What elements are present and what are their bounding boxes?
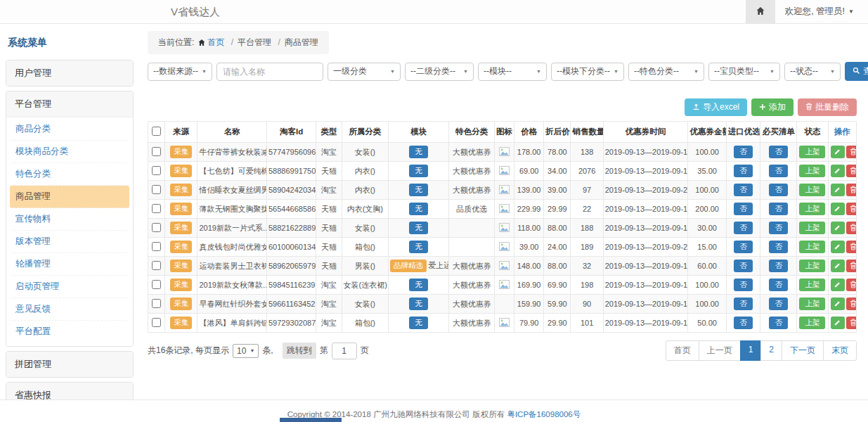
status-button[interactable]: 上架: [799, 146, 825, 158]
row-checkbox[interactable]: [152, 166, 161, 175]
delete-button[interactable]: [846, 260, 857, 272]
status-button[interactable]: 上架: [799, 316, 825, 329]
sidebar-item-商品分类[interactable]: 商品分类: [10, 118, 129, 141]
sidebar-item-轮播管理[interactable]: 轮播管理: [10, 253, 129, 276]
add-button[interactable]: 添加: [751, 98, 793, 116]
import-select-toggle[interactable]: 否: [734, 222, 753, 234]
sidebar-group-header-0[interactable]: 用户管理: [6, 60, 133, 86]
sidebar-item-启动页管理[interactable]: 启动页管理: [10, 276, 129, 298]
module-none-badge[interactable]: 无: [409, 165, 428, 177]
icp-link[interactable]: 粤ICP备16098006号: [507, 410, 581, 418]
import-select-toggle[interactable]: 否: [734, 203, 753, 215]
delete-button[interactable]: [846, 222, 857, 234]
status-button[interactable]: 上架: [799, 298, 825, 310]
import-select-toggle[interactable]: 否: [734, 241, 753, 253]
must-buy-toggle[interactable]: 否: [769, 260, 788, 272]
module-none-badge[interactable]: 无: [409, 146, 428, 158]
delete-button[interactable]: [846, 279, 857, 291]
row-checkbox[interactable]: [152, 261, 161, 270]
row-checkbox[interactable]: [152, 223, 161, 232]
must-buy-toggle[interactable]: 否: [769, 298, 788, 310]
import-select-toggle[interactable]: 否: [734, 279, 753, 291]
sidebar-group-header-2[interactable]: 拼团管理: [6, 352, 133, 377]
delete-button[interactable]: [846, 203, 857, 215]
jump-button[interactable]: 跳转到: [283, 343, 316, 359]
module-none-badge[interactable]: 无: [409, 241, 428, 253]
must-buy-toggle[interactable]: 否: [769, 279, 788, 291]
edit-button[interactable]: [831, 165, 845, 177]
edit-button[interactable]: [831, 298, 845, 310]
must-buy-toggle[interactable]: 否: [769, 203, 788, 215]
pager-首页[interactable]: 首页: [666, 340, 699, 361]
import-select-toggle[interactable]: 否: [734, 298, 753, 310]
delete-button[interactable]: [846, 165, 857, 177]
delete-button[interactable]: [846, 316, 857, 329]
name-search-input[interactable]: [216, 63, 323, 81]
pager-下一页[interactable]: 下一页: [782, 340, 824, 361]
edit-button[interactable]: [831, 146, 845, 158]
must-buy-toggle[interactable]: 否: [769, 316, 788, 329]
edit-button[interactable]: [831, 241, 845, 253]
status-button[interactable]: 上架: [799, 279, 825, 291]
row-checkbox[interactable]: [152, 185, 161, 194]
must-buy-toggle[interactable]: 否: [769, 165, 788, 177]
filter-select-8[interactable]: --状态--▼: [784, 63, 841, 81]
jump-page-input[interactable]: [332, 343, 357, 359]
delete-button[interactable]: [846, 241, 857, 253]
module-none-badge[interactable]: 无: [409, 203, 428, 215]
import-excel-button[interactable]: 导入excel: [685, 98, 747, 116]
import-select-toggle[interactable]: 否: [734, 165, 753, 177]
pager-末页[interactable]: 末页: [823, 340, 857, 361]
row-checkbox[interactable]: [152, 242, 161, 251]
filter-select-0[interactable]: --数据来源--▼: [148, 63, 212, 81]
import-select-toggle[interactable]: 否: [734, 316, 753, 329]
delete-button[interactable]: [846, 184, 857, 196]
row-checkbox[interactable]: [152, 299, 161, 308]
sidebar-item-宣传物料[interactable]: 宣传物料: [10, 208, 129, 231]
status-button[interactable]: 上架: [799, 241, 825, 253]
filter-select-5[interactable]: --模块下分类--▼: [551, 63, 624, 81]
pager-上一页[interactable]: 上一页: [699, 340, 741, 361]
must-buy-toggle[interactable]: 否: [769, 184, 788, 196]
select-all-checkbox[interactable]: [152, 127, 161, 136]
delete-button[interactable]: [846, 298, 857, 310]
row-checkbox[interactable]: [152, 280, 161, 289]
sidebar-group-header-1[interactable]: 平台管理: [6, 91, 133, 117]
module-none-badge[interactable]: 无: [409, 316, 428, 329]
filter-select-2[interactable]: 一级分类▼: [328, 63, 401, 81]
sidebar-item-意见反馈[interactable]: 意见反馈: [10, 298, 129, 321]
pager-1[interactable]: 1: [740, 340, 762, 361]
edit-button[interactable]: [831, 316, 845, 329]
must-buy-toggle[interactable]: 否: [769, 241, 788, 253]
breadcrumb-home-link[interactable]: 首页: [207, 37, 224, 47]
filter-select-4[interactable]: --模块--▼: [478, 63, 547, 81]
edit-button[interactable]: [831, 260, 845, 272]
home-button[interactable]: [746, 0, 775, 23]
status-button[interactable]: 上架: [799, 222, 825, 234]
sidebar-item-平台配置[interactable]: 平台配置: [10, 321, 129, 343]
sidebar-item-特色分类[interactable]: 特色分类: [10, 163, 129, 186]
delete-button[interactable]: [846, 146, 857, 158]
search-button[interactable]: 查询: [845, 62, 868, 81]
status-button[interactable]: 上架: [799, 260, 825, 272]
row-checkbox[interactable]: [152, 147, 161, 156]
sidebar-item-版本管理[interactable]: 版本管理: [10, 231, 129, 253]
status-button[interactable]: 上架: [799, 203, 825, 215]
import-select-toggle[interactable]: 否: [734, 184, 753, 196]
module-none-badge[interactable]: 无: [409, 184, 428, 196]
user-menu[interactable]: 欢迎您, 管理员! ▼: [775, 0, 868, 23]
must-buy-toggle[interactable]: 否: [769, 146, 788, 158]
edit-button[interactable]: [831, 222, 845, 234]
filter-select-6[interactable]: --特色分类--▼: [628, 63, 704, 81]
edit-button[interactable]: [831, 279, 845, 291]
row-checkbox[interactable]: [152, 318, 161, 327]
edit-button[interactable]: [831, 203, 845, 215]
module-none-badge[interactable]: 无: [409, 279, 428, 291]
sidebar-item-商品管理[interactable]: 商品管理: [10, 186, 129, 208]
batch-delete-button[interactable]: 批量删除: [798, 98, 857, 116]
filter-select-7[interactable]: --宝贝类型--▼: [708, 63, 780, 81]
edit-button[interactable]: [831, 184, 845, 196]
filter-select-3[interactable]: --二级分类--▼: [405, 63, 474, 81]
module-none-badge[interactable]: 无: [409, 222, 428, 234]
sidebar-item-模块商品分类[interactable]: 模块商品分类: [10, 141, 129, 163]
